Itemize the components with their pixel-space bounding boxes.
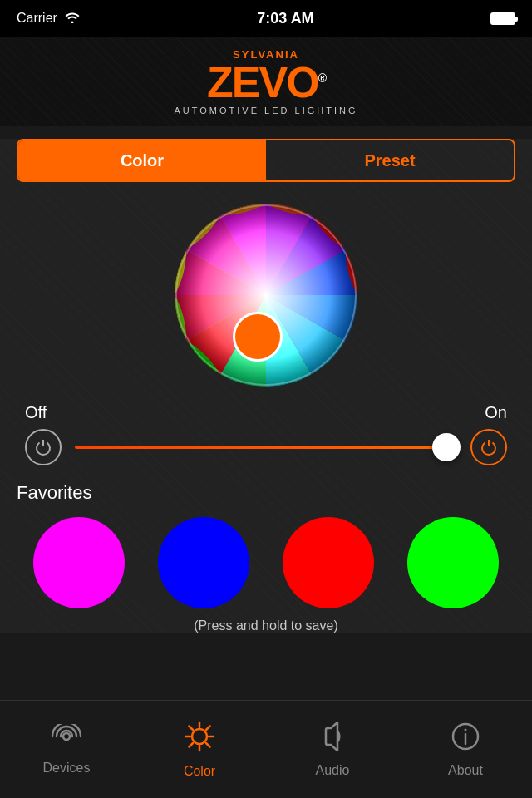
favorites-section: Favorites (Press and hold to save): [0, 482, 532, 633]
tab-audio[interactable]: Audio: [266, 701, 399, 798]
svg-point-6: [63, 733, 70, 740]
status-time: 7:03 AM: [257, 10, 313, 27]
brand-z: Z: [207, 58, 232, 106]
brightness-labels: Off On: [25, 403, 507, 422]
fav-color-red[interactable]: [283, 517, 374, 608]
favorites-title: Favorites: [17, 482, 515, 504]
about-icon: [451, 722, 480, 758]
wifi-icon: [64, 12, 81, 26]
app-header: SYLVANIA ZEVO® AUTOMOTIVE LED LIGHTING: [0, 37, 532, 126]
carrier-label: Carrier: [17, 11, 57, 26]
color-icon: [184, 721, 215, 759]
brand-sub: AUTOMOTIVE LED LIGHTING: [0, 106, 532, 116]
svg-line-12: [190, 726, 194, 730]
tab-color[interactable]: Color: [133, 701, 266, 798]
status-bar: Carrier 7:03 AM: [0, 0, 532, 37]
press-hold-hint: (Press and hold to save): [17, 618, 515, 633]
brightness-controls: [25, 429, 507, 466]
devices-icon: [51, 723, 82, 756]
tab-audio-label: Audio: [316, 763, 350, 778]
color-wheel[interactable]: [175, 204, 357, 387]
svg-line-13: [206, 743, 210, 747]
svg-line-14: [206, 726, 210, 730]
brightness-section: Off On: [0, 403, 532, 466]
power-off-icon[interactable]: [25, 429, 62, 466]
segment-control: Color Preset: [17, 139, 515, 182]
battery-icon: [490, 12, 515, 25]
power-on-icon[interactable]: [470, 429, 507, 466]
brand-zevo: ZEVO®: [0, 61, 532, 104]
color-wheel-container[interactable]: [0, 195, 532, 403]
preset-tab[interactable]: Preset: [266, 140, 514, 180]
audio-icon: [319, 722, 346, 758]
on-label: On: [485, 403, 507, 422]
svg-line-15: [190, 743, 194, 747]
color-picker-handle[interactable]: [233, 312, 283, 362]
brightness-slider-track[interactable]: [75, 446, 457, 449]
fav-color-magenta[interactable]: [33, 517, 125, 608]
fav-color-green[interactable]: [407, 517, 499, 608]
tab-color-label: Color: [184, 764, 215, 779]
status-left: Carrier: [17, 11, 81, 26]
tab-devices-label: Devices: [43, 761, 91, 776]
brightness-slider-thumb[interactable]: [432, 433, 461, 461]
fav-color-blue[interactable]: [158, 517, 249, 608]
brand-e-orange: E: [232, 58, 259, 106]
tab-bar: Devices Color Audio: [0, 700, 532, 798]
off-label: Off: [25, 403, 47, 422]
brand-vo: VO: [259, 58, 318, 106]
tab-devices[interactable]: Devices: [0, 701, 133, 798]
favorites-circles: [17, 517, 515, 608]
tab-about-label: About: [448, 763, 483, 778]
svg-point-7: [192, 729, 207, 744]
color-tab[interactable]: Color: [18, 140, 266, 180]
svg-point-17: [465, 728, 467, 731]
tab-about[interactable]: About: [399, 701, 532, 798]
